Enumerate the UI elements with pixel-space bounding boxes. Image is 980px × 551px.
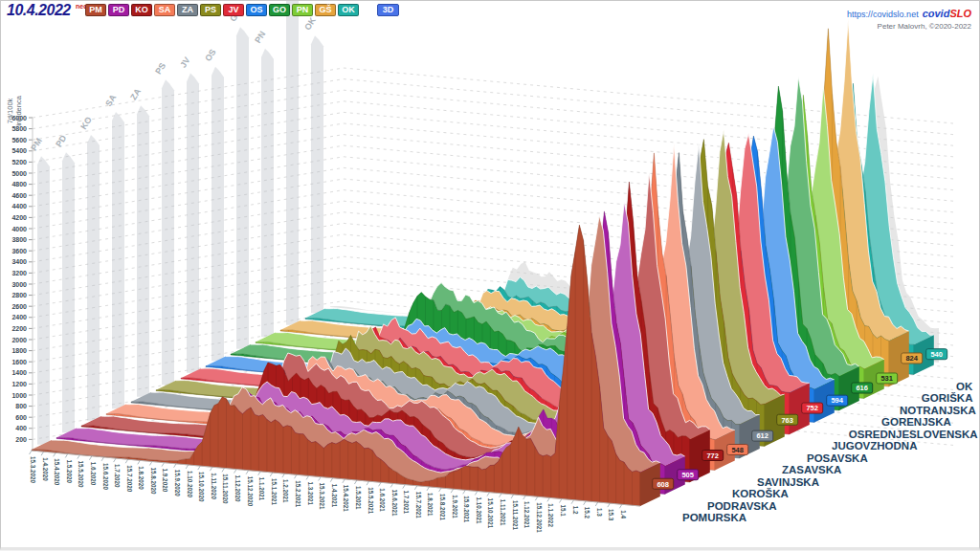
y-axis-tick-label: 1400	[11, 369, 27, 376]
value-badge-text-OS: 594	[831, 396, 843, 405]
y-axis-tick-label: 1200	[11, 381, 27, 387]
x-axis-tick-label: 1.4	[620, 510, 627, 518]
y-axis-tick-label: 2600	[11, 303, 27, 310]
region-button-SA[interactable]: SA	[154, 4, 175, 16]
x-axis-tick-label: 1.11.2020	[211, 473, 217, 499]
y-axis-tick-label: 1600	[11, 359, 27, 365]
y-axis-tick-label: 4800	[11, 181, 27, 187]
region-button-GO[interactable]: GO	[269, 4, 290, 16]
region-buttons: PMPDKOSAZAPSJVOSGOPNGŠOK	[85, 4, 359, 16]
y-axis-tick-label: 2200	[11, 325, 27, 332]
region-name-label-PD: PODRAVSKA	[707, 500, 777, 512]
site-link[interactable]: https://covidslo.net	[847, 10, 919, 19]
region-name-label-GŠ: GORIŠKA	[922, 392, 973, 404]
x-axis-tick-label: 15.11.2020	[222, 474, 229, 504]
x-axis-tick-label: 1.12.2020	[234, 475, 241, 503]
value-badge-text-GŠ: 824	[905, 354, 918, 363]
x-axis-tick-label: 15.10.2020	[198, 472, 205, 502]
x-axis-tick-label: 15.8.2021	[439, 494, 446, 521]
site-credits: https://covidslo.netcovidSLO Peter Malov…	[847, 3, 971, 32]
ridge-chart-canvas: 2004006008001000120014001600180020002200…	[1, 1, 979, 544]
value-badge-text-GO: 616	[856, 384, 868, 392]
wall-shadow-JV	[187, 74, 199, 373]
x-axis-tick-label: 1.2.2021	[282, 479, 289, 503]
wall-shadow-PS	[162, 79, 174, 385]
value-badge-text-KO: 772	[706, 452, 719, 460]
region-name-label-PM: POMURSKA	[682, 512, 746, 523]
x-axis-tick-label: 1.4.2021	[331, 484, 338, 508]
x-axis-tick-label: 15.4.2021	[343, 485, 349, 513]
brand-logo: covidSLO	[923, 8, 971, 19]
svg-text:incidenca: incidenca	[14, 95, 23, 126]
wall-code-label-JV: JV	[178, 55, 191, 70]
wall-code-label-PS: PS	[153, 61, 167, 76]
x-axis-tick-label: 1.8.2021	[427, 493, 434, 517]
region-button-OK[interactable]: OK	[338, 4, 359, 16]
x-axis-tick-label: 15.9.2021	[463, 496, 470, 523]
current-date[interactable]: 10.4.2022	[7, 2, 71, 19]
y-axis-tick-label: 5400	[11, 147, 27, 154]
x-axis-tick-label: 1.3	[596, 508, 603, 517]
x-axis-tick-label: 1.7.2020	[114, 464, 121, 488]
x-axis-tick-label: 1.9.2020	[162, 469, 168, 493]
x-axis-tick-label: 15.3	[608, 509, 614, 521]
y-axis-tick-label: 400	[15, 425, 27, 431]
y-axis-tick-label: 4400	[11, 203, 27, 209]
region-name-label-PN: NOTRANJSKA	[900, 405, 976, 416]
region-name-label-KO: KOROŠKA	[732, 488, 789, 499]
wall-shadow-PM	[37, 156, 50, 445]
x-axis-tick-label: 15.3.2021	[319, 483, 325, 511]
x-axis-tick-label: 15.6.2021	[391, 489, 398, 517]
value-badge-text-ZA: 612	[756, 431, 768, 440]
region-button-PM[interactable]: PM	[85, 4, 106, 16]
wall-shadow-PN	[261, 49, 274, 338]
region-button-PS[interactable]: PS	[200, 4, 221, 16]
x-axis-tick-label: 15.2	[584, 507, 590, 519]
x-axis-tick-label: 1.5.2020	[66, 459, 73, 483]
x-axis-tick-label: 1.5.2021	[355, 486, 362, 510]
wall-shadow-PD	[62, 152, 75, 432]
region-name-label-GO: GORENJSKA	[881, 416, 951, 428]
x-axis-tick-label: 15.5.2020	[78, 461, 84, 489]
wall-shadow-ZA	[137, 105, 149, 397]
y-axis-tick-label: 2400	[11, 314, 27, 320]
x-axis-tick-label: 1.9.2021	[452, 495, 458, 518]
x-axis-tick-label: 1.1.2022	[547, 503, 554, 527]
wall-shadow-GO	[236, 27, 249, 348]
author-credit: Peter Malovrh, ©2020-2022	[847, 22, 971, 32]
x-axis-tick-label: 1.4.2020	[42, 457, 49, 481]
y-axis-tick-label: 4200	[11, 214, 27, 221]
region-button-GŠ[interactable]: GŠ	[315, 4, 336, 16]
y-axis-tick-label: 1000	[11, 392, 27, 399]
y-axis-tick-label: 2800	[11, 292, 27, 298]
x-axis-tick-label: 1.11.2021	[500, 499, 506, 526]
region-button-OS[interactable]: OS	[246, 4, 267, 16]
x-axis-tick-label: 15.12.2021	[536, 502, 543, 533]
value-badge-text-SA: 548	[731, 446, 744, 454]
region-button-ZA[interactable]: ZA	[177, 4, 198, 16]
covidslo-3d-chart-app: 2004006008001000120014001600180020002200…	[0, 0, 980, 550]
x-axis-tick-label: 15.3.2020	[30, 456, 36, 484]
x-axis-tick-label: 1.6.2020	[90, 462, 97, 486]
x-axis-tick-label: 1.2	[572, 506, 579, 515]
x-axis-tick-label: 1.12.2021	[523, 501, 530, 529]
y-axis-tick-label: 1800	[11, 347, 27, 354]
wall-shadow-OS	[212, 67, 224, 361]
region-button-PD[interactable]: PD	[108, 4, 129, 16]
x-axis-tick-label: 15.1.2021	[271, 478, 278, 506]
value-badge-text-OK: 540	[930, 350, 943, 359]
x-axis-tick-label: 15.5.2021	[368, 487, 374, 515]
region-button-JV[interactable]: JV	[223, 4, 244, 16]
x-axis-tick-label: 15.1	[560, 505, 567, 518]
region-button-PN[interactable]: PN	[292, 4, 313, 16]
region-name-label-OS: OSREDNJESLOVENSKA	[849, 429, 978, 440]
x-axis-tick-label: 1.10.2020	[187, 471, 193, 498]
x-axis-tick-label: 15.6.2020	[102, 463, 109, 491]
region-name-label-OK: OK	[956, 381, 973, 392]
region-button-KO[interactable]: KO	[131, 4, 152, 16]
region-name-label-ZA: ZASAVSKA	[782, 464, 841, 475]
y-axis-tick-label: 5600	[11, 137, 27, 143]
view-3d-button[interactable]: 3D	[377, 4, 399, 16]
value-badge-text-PD: 505	[681, 471, 694, 479]
svg-text:7d/100k: 7d/100k	[6, 98, 14, 123]
